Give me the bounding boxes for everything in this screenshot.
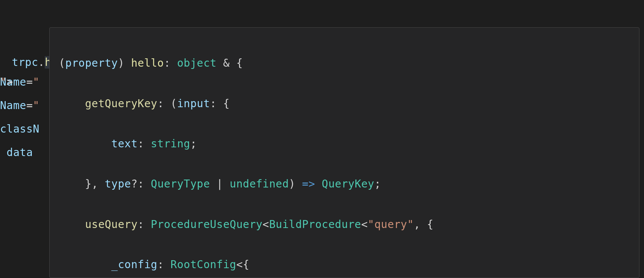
tooltip-token <box>59 97 85 110</box>
tooltip-token: _config <box>111 258 158 271</box>
tooltip-token: input <box>177 97 210 110</box>
tooltip-token: , { <box>414 218 433 231</box>
tooltip-token: useQuery <box>85 218 138 231</box>
tooltip-token: <{ <box>236 258 250 271</box>
code-token-trpc: trpc <box>12 56 38 69</box>
tooltip-token: QueryKey <box>322 178 374 190</box>
code-token: > <box>6 76 13 88</box>
tooltip-token: getQueryKey <box>85 97 157 110</box>
tooltip-token <box>59 137 111 150</box>
tooltip-token: ProcedureUseQuery <box>151 218 263 231</box>
tooltip-token: : { <box>210 97 230 110</box>
tooltip-token: : <box>138 137 151 150</box>
tooltip-token: : <box>138 218 151 231</box>
tooltip-token <box>315 178 322 190</box>
intellisense-tooltip: (property) hello: object & { getQueryKey… <box>49 27 639 278</box>
tooltip-token-arrow: => <box>302 178 315 190</box>
tooltip-token: QueryType <box>151 178 210 190</box>
background-code-fragment: data <box>0 145 33 161</box>
tooltip-line: getQueryKey: (input: { <box>59 94 630 114</box>
code-token: data <box>0 146 33 159</box>
tooltip-token: text <box>111 137 138 150</box>
tooltip-token: hello <box>131 57 164 69</box>
tooltip-token: "query" <box>368 218 414 231</box>
code-token <box>5 56 12 69</box>
tooltip-token: ?: <box>131 178 151 190</box>
tooltip-token: BuildProcedure <box>269 218 361 231</box>
tooltip-token: | <box>210 178 230 190</box>
tooltip-token: undefined <box>230 178 289 190</box>
tooltip-token: : <box>157 258 170 271</box>
code-editor[interactable]: trpc.hello.useQuery({ text: "client" });… <box>0 0 644 278</box>
tooltip-line: text: string; <box>59 134 630 154</box>
background-code-fragment: Name=" <box>0 98 39 114</box>
tooltip-line: _config: RootConfig<{ <box>59 255 630 275</box>
tooltip-token: }, <box>59 178 105 190</box>
code-token: Name <box>0 99 26 112</box>
code-token: " <box>33 99 39 112</box>
tooltip-token: ; <box>190 137 197 150</box>
code-token: = <box>26 99 33 112</box>
tooltip-line: useQuery: ProcedureUseQuery<BuildProcedu… <box>59 214 630 234</box>
tooltip-token: & { <box>217 57 243 69</box>
tooltip-token: ) <box>289 178 302 190</box>
tooltip-token <box>59 218 85 231</box>
tooltip-token: RootConfig <box>170 258 236 271</box>
tooltip-line: }, type?: QueryType | undefined) => Quer… <box>59 174 630 194</box>
code-token: " <box>0 76 6 88</box>
tooltip-token <box>59 258 111 271</box>
tooltip-token: ( <box>59 57 65 69</box>
tooltip-token: property <box>65 57 118 69</box>
tooltip-token: string <box>151 137 190 150</box>
code-token: classN <box>0 123 39 135</box>
tooltip-token: ) <box>118 57 131 69</box>
tooltip-token: type <box>105 178 131 190</box>
background-code-fragment: classN <box>0 121 39 137</box>
tooltip-token: object <box>177 57 216 69</box>
tooltip-token: < <box>361 218 367 231</box>
tooltip-token: : ( <box>157 97 177 110</box>
tooltip-token: : <box>164 57 177 69</box>
tooltip-line: (property) hello: object & { <box>59 53 630 73</box>
code-token-dot: . <box>38 56 45 69</box>
tooltip-token: ; <box>374 178 381 190</box>
tooltip-token: < <box>263 218 269 231</box>
